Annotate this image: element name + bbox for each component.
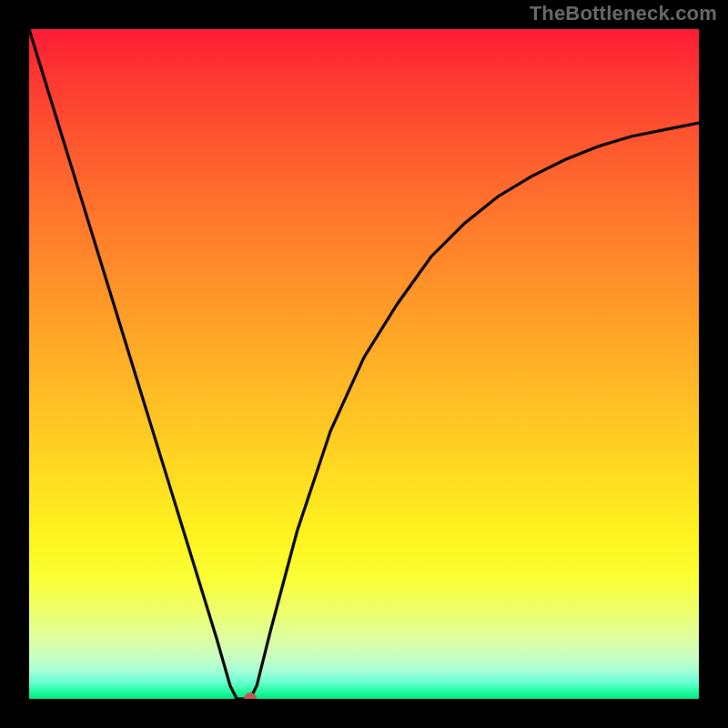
chart-frame: TheBottleneck.com [0, 0, 728, 728]
bottleneck-curve [29, 29, 699, 699]
optimal-point-marker [244, 693, 257, 699]
curve-path [29, 29, 699, 699]
plot-area [29, 29, 699, 699]
watermark-text: TheBottleneck.com [530, 2, 717, 25]
